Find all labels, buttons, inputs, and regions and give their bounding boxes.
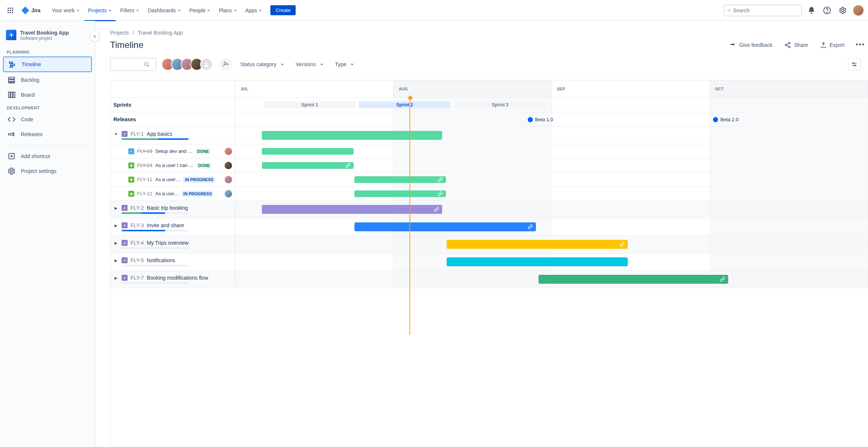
sidebar-item-code[interactable]: Code	[3, 112, 92, 126]
issue-key[interactable]: FLY-2	[131, 205, 144, 211]
assignee-avatar[interactable]	[225, 148, 232, 155]
unassigned-avatar[interactable]	[200, 58, 213, 71]
page-title: Timeline	[110, 40, 721, 50]
search-icon	[727, 7, 731, 14]
issue-title[interactable]: My Trips overview	[147, 240, 189, 246]
month-col: SEP	[552, 80, 710, 97]
svg-point-9	[728, 9, 730, 11]
nav-item-projects[interactable]: Projects	[84, 4, 116, 16]
epic-progress	[122, 138, 189, 140]
sprint-pill[interactable]: Sprint 1	[264, 102, 356, 108]
gantt-bar[interactable]	[262, 148, 354, 155]
issue-title[interactable]: Setup dev and …	[155, 148, 192, 154]
gantt-bar[interactable]	[262, 205, 442, 214]
issue-key[interactable]: FLY-11	[137, 177, 152, 182]
help-icon[interactable]	[821, 4, 833, 16]
issue-key[interactable]: FLY-10	[137, 148, 152, 154]
expand-icon[interactable]: ▼	[113, 132, 119, 136]
gantt-bar[interactable]	[354, 222, 536, 231]
gantt-bar[interactable]	[262, 162, 354, 169]
story-icon: ■	[128, 163, 134, 168]
create-button[interactable]: Create	[270, 5, 296, 15]
epic-progress	[122, 247, 189, 249]
profile-avatar[interactable]	[853, 5, 864, 16]
gantt-bar[interactable]	[447, 240, 627, 249]
breadcrumb-project[interactable]: Travel Booking App	[138, 30, 183, 36]
issue-title[interactable]: As a user…	[155, 177, 180, 182]
chevron-down-icon	[177, 9, 181, 12]
jira-logo[interactable]: Jira	[18, 6, 44, 15]
view-settings-button[interactable]	[848, 58, 861, 71]
issue-key[interactable]: FLY-3	[131, 222, 144, 228]
settings-icon[interactable]	[837, 4, 849, 16]
svg-point-41	[855, 65, 856, 66]
issue-key[interactable]: FLY-1	[131, 131, 144, 137]
nav-item-filters[interactable]: Filters	[116, 4, 143, 16]
gantt-bar[interactable]	[539, 275, 728, 284]
expand-icon[interactable]: ▶	[113, 206, 119, 210]
global-search[interactable]	[724, 4, 802, 16]
notifications-icon[interactable]	[806, 4, 817, 16]
issue-key[interactable]: FLY-5	[131, 257, 144, 263]
nav-item-plans[interactable]: Plans	[215, 4, 241, 16]
issue-title[interactable]: As a use…	[155, 191, 179, 196]
issue-key[interactable]: FLY-7	[131, 275, 144, 281]
issue-key[interactable]: FLY-13	[137, 163, 152, 168]
sprint-pill[interactable]: Sprint 2	[359, 102, 451, 108]
nav-item-dashboards[interactable]: Dashboards	[144, 4, 185, 16]
sidebar-item-board[interactable]: Board	[3, 88, 92, 102]
release-marker[interactable]: Beta 1.0	[528, 116, 553, 122]
versions-filter[interactable]: Versions	[293, 59, 327, 70]
expand-icon[interactable]: ▶	[113, 241, 119, 245]
gantt-bar[interactable]	[354, 190, 446, 197]
expand-icon[interactable]: ▶	[113, 276, 119, 280]
project-header[interactable]: ✈ Travel Booking App Software project	[3, 28, 92, 47]
issue-key[interactable]: FLY-4	[131, 240, 144, 246]
nav-item-apps[interactable]: Apps	[242, 4, 266, 16]
nav-items: Your workProjectsFiltersDashboardsPeople…	[48, 4, 266, 16]
issue-title[interactable]: Notifications	[147, 257, 175, 263]
epic-row: ▶ ⚡ FLY-4 My Trips overview	[110, 236, 868, 253]
issue-title[interactable]: Invite and share	[147, 222, 184, 228]
timeline-search[interactable]	[110, 58, 156, 71]
epic-row: ▶ ⚡ FLY-2 Basic trip booking	[110, 201, 868, 218]
collapse-sidebar-button[interactable]	[90, 31, 100, 42]
sidebar-item-releases[interactable]: Releases	[3, 127, 92, 141]
give-feedback-button[interactable]: Give feedback	[726, 39, 777, 51]
sidebar-item-add-shortcut[interactable]: Add shortcut	[3, 149, 92, 163]
sidebar-item-backlog[interactable]: Backlog	[3, 73, 92, 87]
assignee-avatar[interactable]	[225, 176, 232, 183]
status-category-filter[interactable]: Status category	[237, 59, 287, 70]
nav-item-your-work[interactable]: Your work	[48, 4, 84, 16]
type-filter[interactable]: Type	[332, 59, 357, 70]
sprint-pill[interactable]: Sprint 3	[454, 102, 546, 108]
status-badge: IN PROGRESS	[183, 177, 215, 183]
gantt-bar[interactable]	[354, 176, 446, 183]
more-actions-button[interactable]: •••	[853, 39, 868, 51]
expand-icon[interactable]: ▶	[113, 258, 119, 263]
issue-title[interactable]: Booking modifications flow	[147, 275, 208, 281]
issue-title[interactable]: Basic trip booking	[147, 205, 188, 211]
timeline-search-input[interactable]	[114, 62, 144, 67]
assignee-filter[interactable]	[161, 58, 213, 71]
add-people-button[interactable]	[219, 58, 232, 71]
gantt-bar[interactable]	[262, 131, 442, 140]
assignee-avatar[interactable]	[225, 190, 232, 197]
child-row: ■ FLY-11 As a user… IN PROGRESS	[110, 173, 868, 187]
share-button[interactable]: Share	[781, 39, 811, 51]
issue-title[interactable]: App basics	[147, 131, 172, 137]
issue-title[interactable]: As a user I can …	[155, 163, 193, 168]
sidebar-item-project-settings[interactable]: Project settings	[3, 164, 92, 178]
export-button[interactable]: Export	[816, 39, 848, 51]
assignee-avatar[interactable]	[225, 162, 232, 169]
sidebar-item-timeline[interactable]: Timeline	[3, 57, 92, 72]
issue-key[interactable]: FLY-12	[137, 191, 152, 196]
svg-rect-5	[12, 10, 13, 11]
release-marker[interactable]: Beta 2.0	[713, 116, 738, 122]
search-input[interactable]	[733, 7, 798, 13]
gantt-bar[interactable]	[447, 257, 627, 266]
breadcrumb-projects[interactable]: Projects	[110, 30, 129, 36]
expand-icon[interactable]: ▶	[113, 224, 119, 228]
nav-item-people[interactable]: People	[186, 4, 215, 16]
app-switcher-icon[interactable]	[4, 4, 16, 16]
